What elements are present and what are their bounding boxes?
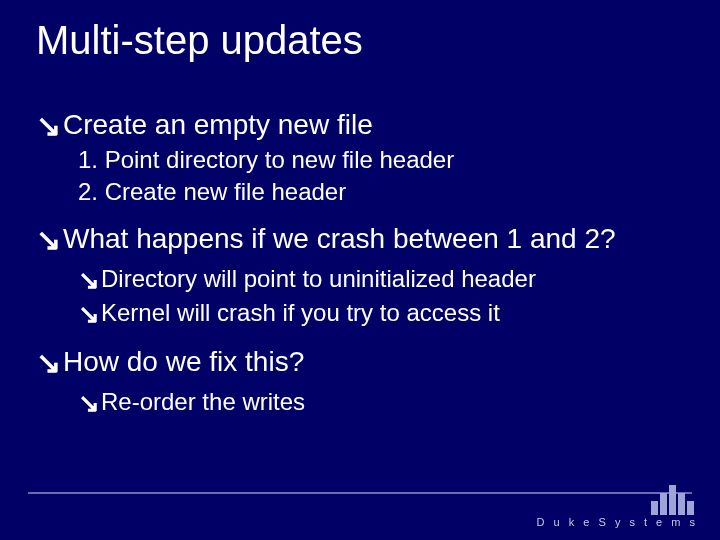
footer-logo: D u k e S y s t e m s bbox=[537, 481, 698, 528]
down-arrow-icon: ↘ bbox=[78, 388, 100, 420]
bullet-level2: ↘Kernel will crash if you try to access … bbox=[78, 297, 684, 329]
bullet-text: What happens if we crash between 1 and 2… bbox=[63, 223, 616, 254]
bullet-level2: ↘Re-order the writes bbox=[78, 386, 684, 418]
bullet-text: Re-order the writes bbox=[101, 388, 305, 415]
slide: Multi-step updates ↘Create an empty new … bbox=[0, 0, 720, 540]
logo-bar bbox=[678, 493, 685, 515]
bullet-level2: ↘Directory will point to uninitialized h… bbox=[78, 263, 684, 295]
down-arrow-icon: ↘ bbox=[36, 345, 61, 380]
bullet-level1: ↘Create an empty new file bbox=[36, 106, 684, 141]
down-arrow-icon: ↘ bbox=[78, 299, 100, 331]
logo-bar bbox=[651, 501, 658, 515]
bullet-text: Directory will point to uninitialized he… bbox=[101, 265, 536, 292]
down-arrow-icon: ↘ bbox=[36, 108, 61, 143]
logo-bar bbox=[687, 501, 694, 515]
logo-bar bbox=[669, 485, 676, 515]
logo-bar bbox=[660, 493, 667, 515]
slide-title: Multi-step updates bbox=[36, 18, 363, 63]
down-arrow-icon: ↘ bbox=[36, 222, 61, 257]
bullet-text: How do we fix this? bbox=[63, 346, 304, 377]
down-arrow-icon: ↘ bbox=[78, 265, 100, 297]
slide-content: ↘Create an empty new file 1. Point direc… bbox=[36, 106, 684, 420]
chapel-icon bbox=[537, 481, 698, 515]
numbered-item: 2. Create new file header bbox=[78, 177, 684, 206]
bullet-text: Kernel will crash if you try to access i… bbox=[101, 299, 500, 326]
footer-brand-text: D u k e S y s t e m s bbox=[537, 516, 698, 528]
bullet-text: Create an empty new file bbox=[63, 109, 373, 140]
numbered-item: 1. Point directory to new file header bbox=[78, 145, 684, 174]
bullet-level1: ↘How do we fix this? bbox=[36, 343, 684, 378]
bullet-level1: ↘What happens if we crash between 1 and … bbox=[36, 220, 684, 255]
